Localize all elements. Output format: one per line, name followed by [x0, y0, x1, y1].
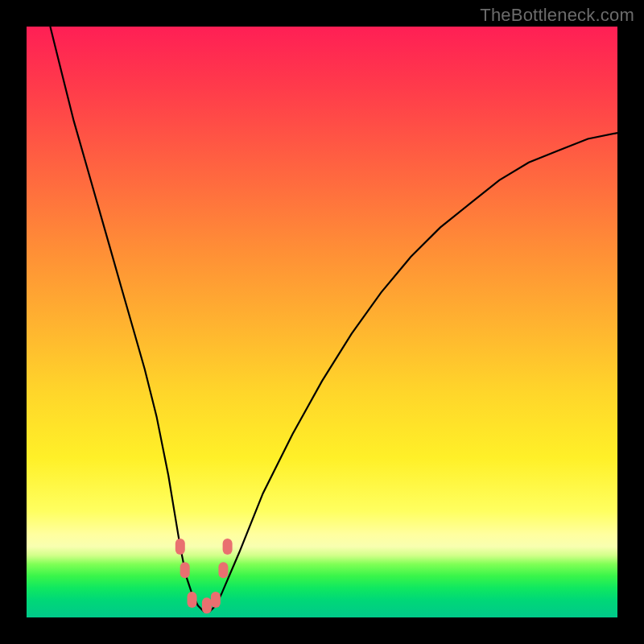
curve-marker — [223, 539, 233, 555]
chart-frame: TheBottleneck.com — [0, 0, 644, 644]
curve-marker — [202, 597, 212, 613]
curve-marker — [180, 562, 190, 578]
watermark-text: TheBottleneck.com — [480, 5, 634, 26]
bottleneck-curve — [50, 27, 617, 612]
plot-area — [27, 27, 617, 617]
curve-marker — [188, 592, 197, 608]
curve-marker — [211, 592, 221, 608]
bottleneck-curve-svg — [27, 27, 617, 617]
curve-markers — [175, 539, 233, 613]
curve-marker — [175, 539, 185, 555]
curve-marker — [218, 562, 228, 578]
